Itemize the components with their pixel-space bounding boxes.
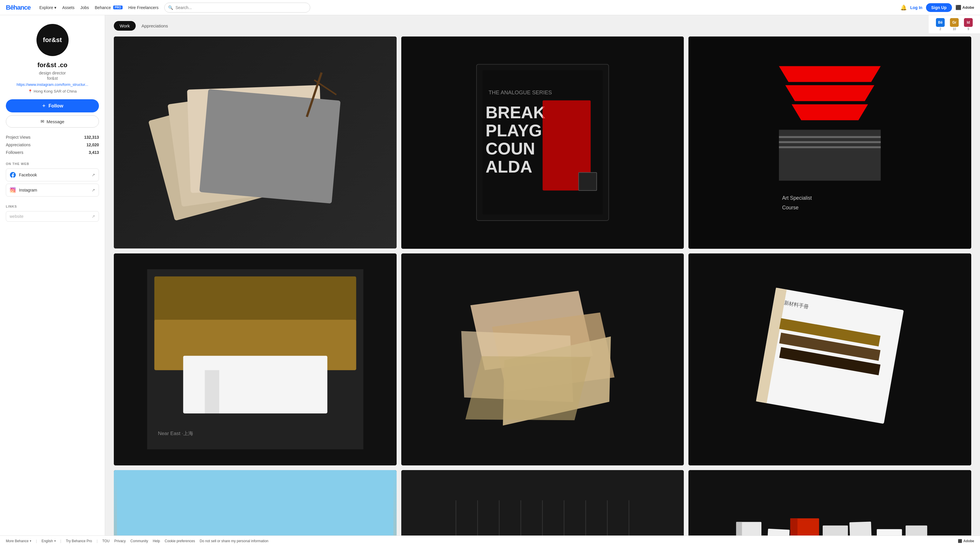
stat-project-views: Project Views 132,313 [6, 134, 99, 141]
svg-rect-25 [779, 136, 881, 138]
instagram-link[interactable]: Instagram ↗ [6, 184, 99, 196]
project-card[interactable]: THE ANALOGUE SERIES BREAK PLAYG COUN ALD… [401, 37, 684, 249]
language-selector[interactable]: English ▾ [41, 539, 56, 543]
message-envelope-icon: ✉ [41, 119, 45, 124]
privacy-link[interactable]: Privacy [115, 539, 126, 543]
external-link-icon-2: ↗ [92, 188, 95, 193]
stat-appreciations: Appreciations 12,020 [6, 141, 99, 149]
be-icon: Bē [936, 18, 945, 27]
card-visual: Near East ·上海 [135, 269, 375, 450]
card-visual: Art Specialist Course [752, 47, 908, 238]
id-count: 9 [967, 27, 969, 31]
links-section: LINKS website ↗ [6, 205, 99, 221]
svg-point-8 [292, 80, 336, 124]
more-behance[interactable]: More Behance ▾ [6, 539, 31, 543]
search-icon: 🔍 [168, 5, 173, 10]
jobs-nav[interactable]: Jobs [80, 5, 89, 10]
svg-rect-27 [779, 146, 881, 148]
try-behance-pro-link[interactable]: Try Behance Pro [66, 539, 92, 543]
card-visual [114, 470, 397, 546]
svg-text:PLAYG: PLAYG [485, 121, 542, 140]
content-area: Work Appreciations [105, 15, 980, 546]
id-icon: Id [964, 18, 973, 27]
project-card[interactable]: HKRTA [689, 470, 971, 546]
hire-freelancers-nav[interactable]: Hire Freelancers [129, 5, 159, 10]
main-layout: for&st for&st .co design director for&st… [0, 15, 980, 546]
facebook-link[interactable]: Facebook ↗ [6, 169, 99, 181]
signup-button[interactable]: Sign Up [926, 3, 952, 12]
chevron-down-icon-2: ▾ [54, 539, 56, 543]
app-gr[interactable]: Gr 10 [947, 17, 961, 32]
svg-rect-33 [183, 356, 327, 414]
svg-text:Near East ·上海: Near East ·上海 [158, 430, 193, 436]
project-card[interactable] [401, 470, 684, 546]
card-visual: THE ANALOGUE SERIES BREAK PLAYG COUN ALD… [437, 52, 649, 233]
help-link[interactable]: Help [153, 539, 160, 543]
instagram-icon [10, 187, 16, 193]
project-card[interactable]: 新材料手冊 [689, 253, 971, 466]
tabs: Work Appreciations [114, 21, 971, 31]
tou-link[interactable]: TOU [102, 539, 110, 543]
app-be[interactable]: Bē 2 [933, 17, 947, 32]
svg-text:COUN: COUN [485, 139, 535, 158]
do-not-sell-link[interactable]: Do not sell or share my personal informa… [200, 539, 268, 543]
chevron-down-icon: ▾ [30, 539, 31, 543]
card-visual [422, 269, 662, 450]
logo[interactable]: Bēhance [6, 4, 31, 11]
svg-marker-23 [792, 104, 868, 120]
app-id[interactable]: Id 9 [961, 17, 975, 32]
message-button[interactable]: ✉ Message [6, 115, 99, 127]
navbar-right: 🔔 Log In Sign Up ⬛ Adobe [900, 3, 974, 12]
cookie-link[interactable]: Cookie preferences [165, 539, 195, 543]
notifications-icon[interactable]: 🔔 [900, 5, 907, 11]
plus-icon: ＋ [41, 103, 46, 109]
behance-pro-nav[interactable]: Behance PRO [95, 5, 123, 10]
svg-text:BREAK: BREAK [485, 103, 545, 122]
location-pin-icon: 📍 [28, 89, 32, 94]
profile-location: 📍 Hong Kong SAR of China [28, 89, 76, 94]
external-link-icon-3: ↗ [92, 214, 95, 219]
external-link-icon: ↗ [92, 173, 95, 177]
svg-text:ALDA: ALDA [485, 158, 532, 176]
svg-rect-49 [117, 470, 394, 546]
pro-badge: PRO [113, 6, 123, 10]
follow-button[interactable]: ＋ Follow [6, 99, 99, 112]
svg-text:Art Specialist: Art Specialist [782, 195, 812, 201]
search-input[interactable] [175, 5, 306, 10]
tab-work[interactable]: Work [114, 21, 136, 31]
adobe-footer-icon: ⬛ [958, 539, 962, 543]
stat-followers: Followers 3,413 [6, 149, 99, 156]
svg-rect-19 [578, 173, 597, 191]
website-field[interactable]: website ↗ [6, 211, 99, 221]
facebook-icon [10, 172, 16, 178]
project-card[interactable] [114, 37, 397, 248]
svg-rect-34 [205, 370, 219, 414]
apps-bar: Bē 2 Gr 10 Id 9 [929, 15, 980, 34]
profile-title: design director [39, 71, 66, 75]
project-card[interactable]: Art Specialist Course [689, 37, 971, 249]
profile-link[interactable]: https://www.instagram.com/form_structur.… [17, 82, 88, 87]
explore-nav[interactable]: Explore ▾ [40, 5, 56, 10]
community-link[interactable]: Community [130, 539, 148, 543]
svg-marker-22 [785, 85, 874, 101]
adobe-icon: ⬛ [956, 5, 961, 10]
projects-grid: THE ANALOGUE SERIES BREAK PLAYG COUN ALD… [114, 37, 971, 546]
card-visual [142, 58, 368, 228]
assets-nav[interactable]: Assets [62, 5, 75, 10]
footer: More Behance ▾ | English ▾ | Try Behance… [0, 535, 980, 546]
profile-company: for&st [47, 76, 58, 81]
adobe-logo: ⬛ Adobe [956, 5, 974, 10]
on-web-section: ON THE WEB Facebook ↗ Instagram ↗ [6, 162, 99, 199]
svg-text:THE ANALOGUE SERIES: THE ANALOGUE SERIES [488, 90, 552, 96]
project-card[interactable] [401, 253, 684, 466]
gr-count: 10 [953, 27, 956, 31]
svg-marker-21 [779, 66, 881, 82]
project-card[interactable]: Near East ·上海 [114, 253, 397, 465]
project-card[interactable] [114, 470, 397, 546]
search-bar: 🔍 [164, 3, 310, 13]
tab-appreciations[interactable]: Appreciations [136, 21, 174, 31]
avatar: for&st [37, 24, 68, 56]
profile-name: for&st .co [37, 61, 67, 69]
card-visual: 新材料手冊 [710, 269, 950, 450]
login-button[interactable]: Log In [910, 5, 923, 10]
